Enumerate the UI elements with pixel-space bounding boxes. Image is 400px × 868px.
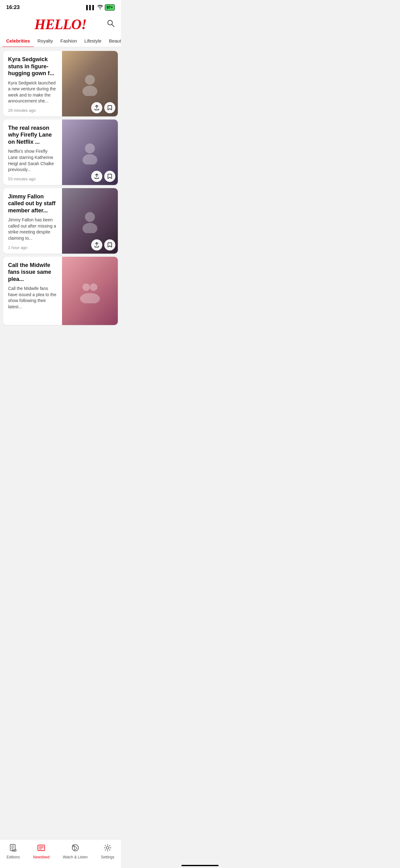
article-image-firefly [62, 120, 118, 185]
article-actions-kyra [91, 102, 115, 113]
article-time-kyra: 29 minutes ago [8, 108, 58, 113]
article-card-firefly[interactable]: The real reason why Firefly Lane on Netf… [3, 120, 118, 185]
wifi-icon [97, 5, 103, 10]
header: HELLO! [0, 13, 121, 35]
bookmark-button-kyra[interactable] [104, 102, 115, 113]
article-summary-midwife: Call the Midwife fans have issued a plea… [8, 286, 58, 310]
signal-icon: ▌▌▌ [86, 5, 96, 10]
article-text-jimmy: Jimmy Fallon called out by staff member … [3, 188, 62, 254]
search-button[interactable] [107, 19, 115, 30]
svg-point-10 [80, 293, 100, 303]
svg-point-5 [82, 154, 97, 164]
content-area: Kyra Sedgwick stuns in figure-hugging go… [0, 47, 121, 357]
svg-point-0 [108, 21, 112, 25]
share-button-firefly[interactable] [91, 171, 102, 182]
search-icon [107, 19, 115, 27]
tab-fashion[interactable]: Fashion [57, 35, 80, 47]
article-summary-jimmy: Jimmy Fallon has been called out after m… [8, 217, 58, 241]
svg-point-3 [82, 86, 97, 96]
article-summary-kyra: Kyra Sedgwick launched a new venture dur… [8, 80, 58, 104]
svg-point-6 [85, 212, 95, 222]
svg-point-4 [85, 144, 95, 153]
status-icons: ▌▌▌ 97+ [86, 4, 115, 10]
app-logo: HELLO! [34, 16, 87, 33]
article-text-kyra: Kyra Sedgwick stuns in figure-hugging go… [3, 51, 62, 116]
article-actions-firefly [91, 171, 115, 182]
bookmark-button-jimmy[interactable] [104, 239, 115, 251]
article-feed: Kyra Sedgwick stuns in figure-hugging go… [0, 47, 121, 329]
nav-tabs: Celebrities Royalty Fashion Lifestyle Be… [0, 35, 121, 47]
article-summary-firefly: Netflix's show Firefly Lane starring Kat… [8, 148, 58, 173]
svg-point-8 [82, 283, 90, 291]
article-text-midwife: Call the Midwife fans issue same plea...… [3, 257, 62, 325]
svg-line-1 [112, 25, 114, 27]
article-title-kyra: Kyra Sedgwick stuns in figure-hugging go… [8, 56, 58, 77]
article-title-midwife: Call the Midwife fans issue same plea... [8, 262, 58, 283]
share-button-kyra[interactable] [91, 102, 102, 113]
article-image-kyra [62, 51, 118, 116]
bookmark-button-firefly[interactable] [104, 171, 115, 182]
article-image-jimmy [62, 188, 118, 254]
tab-celebrities[interactable]: Celebrities [2, 35, 34, 47]
status-time: 16:23 [6, 4, 20, 10]
article-actions-jimmy [91, 239, 115, 251]
article-card-midwife[interactable]: Call the Midwife fans issue same plea...… [3, 257, 118, 325]
svg-point-7 [82, 223, 97, 233]
svg-point-2 [85, 75, 95, 85]
article-card-kyra[interactable]: Kyra Sedgwick stuns in figure-hugging go… [3, 51, 118, 116]
article-time-jimmy: 1 hour ago [8, 245, 58, 250]
article-photo-midwife [62, 257, 118, 325]
article-title-firefly: The real reason why Firefly Lane on Netf… [8, 124, 58, 146]
tab-beauty[interactable]: Beauty [105, 35, 121, 47]
article-text-firefly: The real reason why Firefly Lane on Netf… [3, 120, 62, 185]
share-button-jimmy[interactable] [91, 239, 102, 251]
svg-point-9 [90, 283, 97, 291]
article-time-firefly: 53 minutes ago [8, 177, 58, 181]
article-card-jimmy[interactable]: Jimmy Fallon called out by staff member … [3, 188, 118, 254]
article-title-jimmy: Jimmy Fallon called out by staff member … [8, 193, 58, 214]
battery-badge: 97+ [105, 4, 115, 10]
article-image-midwife [62, 257, 118, 325]
tab-lifestyle[interactable]: Lifestyle [80, 35, 105, 47]
status-bar: 16:23 ▌▌▌ 97+ [0, 0, 121, 13]
tab-royalty[interactable]: Royalty [34, 35, 57, 47]
